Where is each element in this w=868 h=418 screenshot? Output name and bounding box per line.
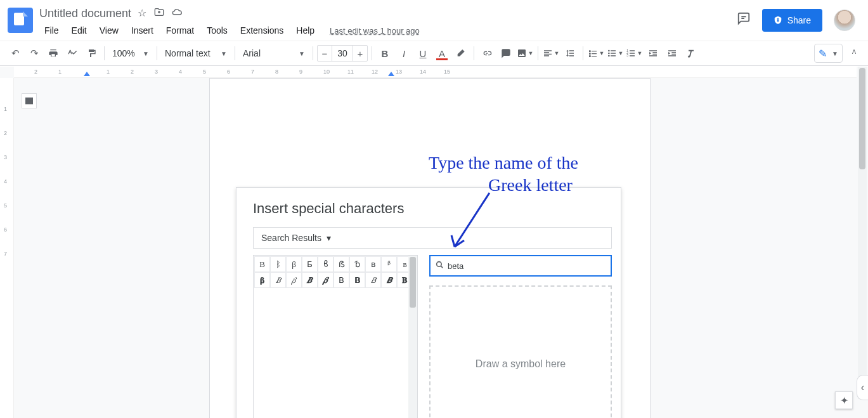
vertical-scrollbar[interactable] <box>858 67 867 399</box>
side-panel-handle[interactable]: ‹ <box>857 375 868 400</box>
zoom-combo[interactable]: 100%▼ <box>108 45 153 62</box>
draw-hint-label: Draw a symbol here <box>476 358 566 370</box>
svg-rect-0 <box>777 20 778 22</box>
ruler-tick: 3 <box>155 69 158 75</box>
paragraph-style-combo[interactable]: Normal text▼ <box>161 45 231 62</box>
insert-link-icon[interactable] <box>478 44 496 62</box>
menu-help[interactable]: Help <box>291 23 320 38</box>
cloud-status-icon[interactable] <box>172 7 182 20</box>
left-indent-marker[interactable] <box>84 72 90 76</box>
char-cell[interactable]: 𝛽 <box>286 272 302 288</box>
editing-mode-combo[interactable]: ✎ ▼ <box>814 44 843 63</box>
char-cell[interactable]: 𝐵 <box>270 272 286 288</box>
svg-point-4 <box>608 55 610 57</box>
italic-button[interactable]: I <box>395 44 413 62</box>
docs-logo-icon[interactable] <box>8 8 33 33</box>
ruler-tick: 4 <box>4 178 7 185</box>
underline-button[interactable]: U <box>414 44 432 62</box>
svg-point-1 <box>777 18 778 20</box>
undo-icon[interactable]: ↶ <box>6 44 24 62</box>
ruler-tick: 6 <box>227 69 230 75</box>
comments-icon[interactable] <box>737 11 751 29</box>
clear-formatting-icon[interactable] <box>682 44 700 62</box>
horizontal-ruler[interactable]: 2 1 1 2 3 4 5 6 7 8 9 10 11 12 13 14 15 <box>14 67 857 78</box>
highlight-color-icon[interactable] <box>452 44 470 62</box>
show-outline-icon[interactable] <box>22 93 37 108</box>
char-cell[interactable]: 𝑩 <box>302 272 318 288</box>
menu-format[interactable]: Format <box>161 23 199 38</box>
insert-image-icon[interactable]: ▼ <box>516 44 534 62</box>
search-icon <box>436 261 444 271</box>
grid-scrollbar[interactable] <box>408 256 417 418</box>
share-button[interactable]: Share <box>762 9 822 32</box>
spellcheck-icon[interactable] <box>63 44 81 62</box>
char-cell[interactable]: ẞ <box>334 256 349 272</box>
ruler-tick: 5 <box>203 69 206 75</box>
char-cell[interactable]: β <box>286 256 302 272</box>
style-value: Normal text <box>165 48 211 58</box>
svg-point-9 <box>437 262 442 267</box>
char-cell[interactable]: ᛒ <box>270 256 286 272</box>
print-icon[interactable] <box>44 44 62 62</box>
font-size-value[interactable]: 30 <box>332 46 353 61</box>
menu-tools[interactable]: Tools <box>202 23 233 38</box>
collapse-toolbar-icon[interactable]: ＾ <box>846 44 862 63</box>
char-cell[interactable]: ␢ <box>349 256 365 272</box>
bulleted-list-icon[interactable]: ▼ <box>606 44 624 62</box>
indent-increase-icon[interactable] <box>663 44 681 62</box>
toolbar: ↶ ↷ 100%▼ Normal text▼ Arial▼ − 30 + B I… <box>0 41 868 66</box>
align-icon[interactable]: ▼ <box>542 44 560 62</box>
symbol-search-input[interactable] <box>448 261 606 271</box>
draw-symbol-area[interactable]: Draw a symbol here <box>429 285 612 418</box>
char-cell[interactable]: B <box>254 256 270 272</box>
bold-button[interactable]: B <box>376 44 394 62</box>
ruler-tick: 3 <box>4 154 7 160</box>
last-edit-link[interactable]: Last edit was 1 hour ago <box>330 26 420 36</box>
char-cell[interactable]: 𝜷 <box>318 272 334 288</box>
account-avatar[interactable] <box>834 10 855 31</box>
font-size-decrease[interactable]: − <box>318 48 332 59</box>
ruler-tick: 10 <box>323 69 330 75</box>
menu-insert[interactable]: Insert <box>126 23 159 38</box>
app-header: Untitled document ☆ File Edit View Inser… <box>0 0 868 41</box>
char-cell[interactable]: ᵝ <box>381 256 397 272</box>
menu-edit[interactable]: Edit <box>67 23 92 38</box>
char-cell[interactable]: 𝗕 <box>349 272 365 288</box>
move-icon[interactable] <box>154 7 164 20</box>
char-cell[interactable]: ϐ <box>318 256 334 272</box>
ruler-tick: 15 <box>444 69 450 75</box>
doc-title[interactable]: Untitled document <box>39 7 131 20</box>
text-color-button[interactable]: A <box>433 44 451 62</box>
font-size-stepper: − 30 + <box>317 45 368 62</box>
paint-format-icon[interactable] <box>82 44 100 62</box>
share-label: Share <box>787 15 811 25</box>
char-cell[interactable]: 𝛃 <box>254 272 270 288</box>
right-indent-marker[interactable] <box>388 72 394 76</box>
ruler-tick: 7 <box>4 251 7 257</box>
indent-decrease-icon[interactable] <box>644 44 662 62</box>
dialog-title: Insert special characters <box>253 200 612 217</box>
char-cell[interactable]: 𝖡 <box>334 272 349 288</box>
vertical-ruler[interactable]: 1 2 3 4 5 6 7 <box>0 78 14 418</box>
menu-extensions[interactable]: Extensions <box>235 23 288 38</box>
redo-icon[interactable]: ↷ <box>25 44 43 62</box>
font-size-increase[interactable]: + <box>353 48 367 59</box>
explore-button[interactable]: ✦ <box>835 391 853 409</box>
font-combo[interactable]: Arial▼ <box>239 45 309 62</box>
char-cell[interactable]: Ƃ <box>302 256 318 272</box>
ruler-tick: 7 <box>251 69 254 75</box>
symbol-search-box[interactable] <box>429 255 612 277</box>
line-spacing-icon[interactable] <box>561 44 579 62</box>
char-cell[interactable]: 𝘽 <box>381 272 397 288</box>
font-value: Arial <box>243 48 261 58</box>
numbered-list-icon[interactable]: 123▼ <box>625 44 643 62</box>
star-icon[interactable]: ☆ <box>138 7 146 20</box>
char-cell[interactable]: 𝘉 <box>365 272 381 288</box>
menu-view[interactable]: View <box>94 23 124 38</box>
svg-text:3: 3 <box>626 54 628 57</box>
add-comment-icon[interactable] <box>497 44 515 62</box>
menu-file[interactable]: File <box>39 23 64 38</box>
checklist-icon[interactable]: ▼ <box>587 44 605 62</box>
char-cell[interactable]: ʙ <box>365 256 381 272</box>
category-dropdown[interactable]: Search Results ▾ <box>253 227 612 249</box>
